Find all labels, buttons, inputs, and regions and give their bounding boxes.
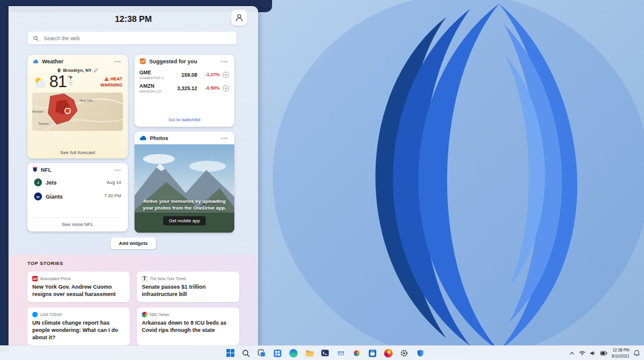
search-input[interactable] [43,35,231,42]
defender-shield-icon [416,349,424,358]
photos-app-icon [352,349,361,358]
story-card[interactable]: T The New York Times Senate passes $1 tr… [137,272,239,302]
mail-icon [337,349,345,358]
away-team: J Jets [34,178,104,186]
stocks-icon [139,58,146,65]
home-team: ny Giants [34,192,104,200]
stocks-widget[interactable]: Suggested for you GME GAMESTOP C... 159.… [135,55,234,127]
edge-icon [289,349,298,358]
mail-button[interactable] [334,347,348,360]
terminal-button[interactable] [318,347,332,360]
widgets-button[interactable] [271,347,284,360]
weather-title: Weather [42,58,63,65]
network-icon[interactable] [579,350,586,356]
start-button[interactable] [223,347,237,360]
unit-celsius[interactable]: °C [68,80,72,86]
stock-symbol: GME [139,69,179,76]
firefox-button[interactable] [382,347,395,360]
photos-preview-image: Relive your memories by uploading your p… [135,144,234,233]
story-card[interactable]: AP Associated Press New York Gov. Andrew… [27,272,130,302]
hidden-icons-chevron[interactable] [569,351,575,356]
weather-widget[interactable]: Weather Brooklyn, NY 81 °F [27,55,128,158]
giants-logo: ny [34,192,42,200]
jets-logo: J [34,178,42,186]
see-more-nfl-link[interactable]: See more NFL [33,217,122,231]
stock-price: 3,325.12 [177,85,197,91]
away-team-name: Jets [46,180,57,186]
weather-alert[interactable]: HEAT WARNING [100,76,122,88]
get-mobile-app-button[interactable]: Get mobile app [163,216,206,225]
widgets-board-frame-left [0,0,9,352]
taskbar: 12:38 PM 8/10/2021 [0,345,644,360]
search-icon [33,35,39,41]
photos-app-button[interactable] [350,347,363,360]
warning-triangle-icon [104,77,109,81]
weather-menu-button[interactable] [113,57,123,65]
nfl-widget[interactable]: NFL J Jets ny Giants Aug 14 7:30 PM [27,163,128,231]
story-card[interactable]: NBC News Arkansas down to 8 ICU beds as … [137,308,239,345]
top-stories-section: TOP STORIES AP Associated Press New York… [9,255,258,347]
map-label: New York [80,99,93,102]
game-time: 7:30 PM [104,193,121,199]
screenshot-bottom-margin [0,360,644,363]
game-date: Aug 14 [104,180,121,185]
add-to-watchlist-button[interactable] [222,71,229,79]
nfl-menu-button[interactable] [113,166,123,174]
story-source: Associated Press [40,277,71,281]
new-york-times-logo-icon: T [142,276,147,281]
tray-date: 8/10/2021 [612,353,629,359]
sun-cloud-icon [33,76,49,88]
story-card[interactable]: USA TODAY UN climate change report has p… [27,308,130,345]
person-icon [235,13,243,22]
defender-button[interactable] [413,347,427,360]
stock-company: GAMESTOP C... [139,76,179,80]
tray-clock[interactable]: 12:38 PM 8/10/2021 [612,347,629,359]
task-view-button[interactable] [255,347,268,360]
profile-button[interactable] [231,10,247,26]
stock-change: -0.50% [200,85,220,91]
stock-row-amzn[interactable]: AMZN AMAZON.CO... 3,325.12 -0.50% [135,81,234,94]
stock-symbol: AMZN [139,83,175,89]
story-source: The New York Times [150,277,186,281]
stock-change: -1.27% [200,72,220,77]
weather-location-row[interactable]: Brooklyn, NY [27,68,128,73]
add-to-watchlist-button[interactable] [222,85,229,92]
add-widgets-button[interactable]: Add widgets [111,238,156,249]
unit-fahrenheit[interactable]: °F [68,76,72,80]
home-team-name: Giants [46,194,63,200]
battery-icon[interactable] [600,351,607,356]
story-source: USA TODAY [40,312,63,317]
story-headline: Senate passes $1 trillion infrastructure… [142,284,234,298]
stocks-menu-button[interactable] [220,57,229,65]
widgets-panel: 12:38 PM Weather [9,6,258,347]
weather-icon [32,58,39,64]
go-to-watchlist-link[interactable]: Go to watchlist [135,117,234,122]
widgets-icon [273,349,282,358]
stock-row-gme[interactable]: GME GAMESTOP C... 159.08 -1.27% [135,68,234,81]
weather-current: 81 °F °C HEAT WARNING [27,73,128,90]
stock-company: AMAZON.CO... [139,90,175,93]
map-label: Trenton [38,122,49,125]
nfl-title: NFL [41,167,52,173]
edit-pencil-icon[interactable] [94,68,98,72]
search-bar[interactable] [28,32,236,44]
file-explorer-button[interactable] [303,347,316,360]
nfl-game-row[interactable]: J Jets ny Giants Aug 14 7:30 PM [27,176,128,200]
weather-alert-map[interactable]: New York Trenton Allentown [32,93,123,131]
nfl-shield-icon [32,166,38,173]
weather-alert-line1: HEAT [110,76,122,82]
photos-widget[interactable]: Photos Relive your memories by uploading… [135,132,234,233]
photos-menu-button[interactable] [220,134,229,142]
notifications-bell-icon[interactable] [634,350,640,356]
edge-button[interactable] [287,347,300,360]
nbc-news-logo-icon [142,312,147,317]
panel-clock: 12:38 PM [9,14,258,24]
onedrive-cloud-icon [139,135,147,141]
task-view-icon [257,349,266,358]
story-headline: Arkansas down to 8 ICU beds as Covid rip… [142,320,234,334]
volume-icon[interactable] [590,350,596,356]
settings-button[interactable] [397,347,411,360]
see-full-forecast-link[interactable]: See full forecast [27,150,128,155]
store-button[interactable] [366,347,379,360]
taskbar-search-button[interactable] [239,347,253,360]
